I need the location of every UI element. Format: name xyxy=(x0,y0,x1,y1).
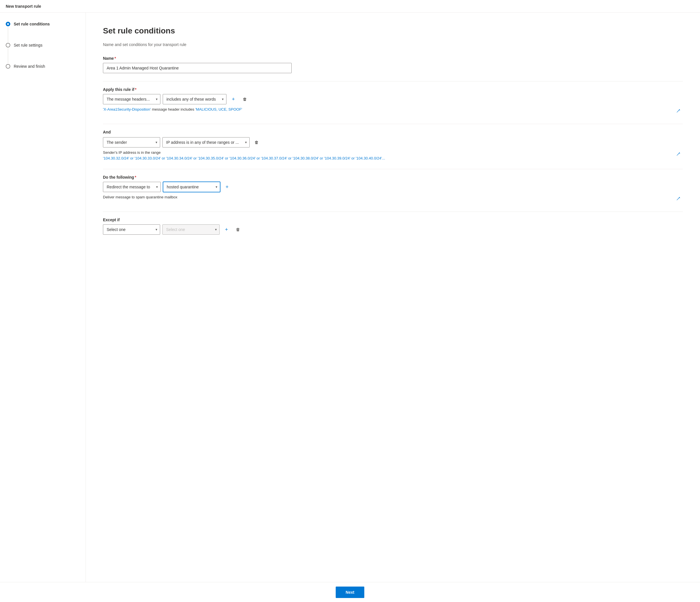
except-select2: Select one xyxy=(162,225,220,235)
top-bar: New transport rule xyxy=(0,0,700,12)
condition2-detail-text: Sender's IP address is in the range '104… xyxy=(103,150,674,161)
bottom-bar: Next xyxy=(0,582,700,602)
name-section: Name* xyxy=(103,56,683,73)
edit-condition1-button[interactable] xyxy=(674,107,683,116)
step-list: Set rule conditions Set rule settings xyxy=(6,22,80,69)
except-select1-wrapper: Select one ▾ xyxy=(103,225,160,235)
add-except-button[interactable]: + xyxy=(222,225,231,234)
condition2-select2[interactable]: IP address is in any of these ranges or … xyxy=(162,137,250,148)
action-select1-wrapper: Redirect the message to ▾ xyxy=(103,182,161,192)
condition2-select1[interactable]: The sender xyxy=(103,137,160,148)
top-bar-title: New transport rule xyxy=(6,4,41,8)
step-circle-1 xyxy=(6,22,10,26)
action-row: Redirect the message to ▾ hosted quarant… xyxy=(103,182,683,192)
divider-3 xyxy=(103,169,683,169)
action-select1[interactable]: Redirect the message to xyxy=(103,182,161,192)
condition1-detail-left[interactable]: 'X-Area1Security-Disposition' xyxy=(103,107,151,111)
next-button[interactable]: Next xyxy=(336,586,364,598)
condition2-select2-wrapper: IP address is in any of these ranges or … xyxy=(162,137,250,148)
condition1-row: The message headers... ▾ includes any of… xyxy=(103,94,683,104)
divider-1 xyxy=(103,81,683,81)
condition1-select2-wrapper: includes any of these words ▾ xyxy=(163,94,226,104)
action-detail-row: Deliver message to spam quarantine mailb… xyxy=(103,194,683,204)
do-following-label: Do the following* xyxy=(103,175,683,180)
except-select2-wrapper: Select one ▾ xyxy=(162,225,220,235)
page-description: Name and set conditions for your transpo… xyxy=(103,42,683,47)
and-label: And xyxy=(103,130,683,134)
sidebar: Set rule conditions Set rule settings xyxy=(0,12,86,582)
condition2-select1-wrapper: The sender ▾ xyxy=(103,137,160,148)
layout: Set rule conditions Set rule settings xyxy=(0,12,700,582)
step-line-2 xyxy=(8,48,8,63)
condition1-detail-text: 'X-Area1Security-Disposition' message he… xyxy=(103,107,674,112)
add-action-button[interactable]: + xyxy=(223,182,232,191)
edit-condition2-button[interactable] xyxy=(674,150,683,159)
except-if-label: Except if xyxy=(103,217,683,222)
do-following-section: Do the following* Redirect the message t… xyxy=(103,175,683,204)
step-label-1: Set rule conditions xyxy=(14,22,50,26)
step-label-2: Set rule settings xyxy=(14,43,42,48)
apply-rule-label: Apply this rule if* xyxy=(103,87,683,92)
add-condition1-button[interactable]: + xyxy=(229,95,238,104)
delete-except-button[interactable] xyxy=(233,225,243,234)
condition1-detail-row: 'X-Area1Security-Disposition' message he… xyxy=(103,107,683,116)
condition2-detail-pre: Sender's IP address is in the range xyxy=(103,150,161,155)
name-input[interactable] xyxy=(103,63,292,73)
step-item-1: Set rule conditions Set rule settings xyxy=(6,22,80,69)
condition1-select1-wrapper: The message headers... ▾ xyxy=(103,94,160,104)
except-if-row: Select one ▾ Select one ▾ + xyxy=(103,225,683,235)
step-label-3: Review and finish xyxy=(14,64,45,69)
name-label: Name* xyxy=(103,56,683,60)
condition1-select1[interactable]: The message headers... xyxy=(103,94,160,104)
action-detail-text: Deliver message to spam quarantine mailb… xyxy=(103,194,674,200)
delete-condition1-button[interactable] xyxy=(240,95,249,104)
step-circle-2 xyxy=(6,43,10,48)
main-content: Set rule conditions Name and set conditi… xyxy=(86,12,700,582)
step-line-1 xyxy=(8,27,8,42)
action-select2-wrapper: hosted quarantine ▾ xyxy=(163,182,220,192)
condition1-select2[interactable]: includes any of these words xyxy=(163,94,226,104)
step-connector-1: Set rule conditions Set rule settings xyxy=(6,22,50,69)
page-title: Set rule conditions xyxy=(103,26,683,35)
apply-rule-section: Apply this rule if* The message headers.… xyxy=(103,87,683,116)
delete-condition2-button[interactable] xyxy=(252,138,261,147)
condition2-detail-links[interactable]: '104.30.32.0/24' or '104.30.33.0/24' or … xyxy=(103,156,385,160)
condition1-detail-right[interactable]: 'MALICIOUS, UCE, SPOOF' xyxy=(195,107,242,111)
step-circle-3 xyxy=(6,64,10,69)
condition2-detail-row: Sender's IP address is in the range '104… xyxy=(103,150,683,161)
except-select1[interactable]: Select one xyxy=(103,225,160,235)
action-select2[interactable]: hosted quarantine xyxy=(163,182,220,192)
condition2-row: The sender ▾ IP address is in any of the… xyxy=(103,137,683,148)
and-section: And The sender ▾ IP address is in any of… xyxy=(103,130,683,161)
except-if-section: Except if Select one ▾ Select one ▾ + xyxy=(103,217,683,235)
edit-action-button[interactable] xyxy=(674,194,683,204)
